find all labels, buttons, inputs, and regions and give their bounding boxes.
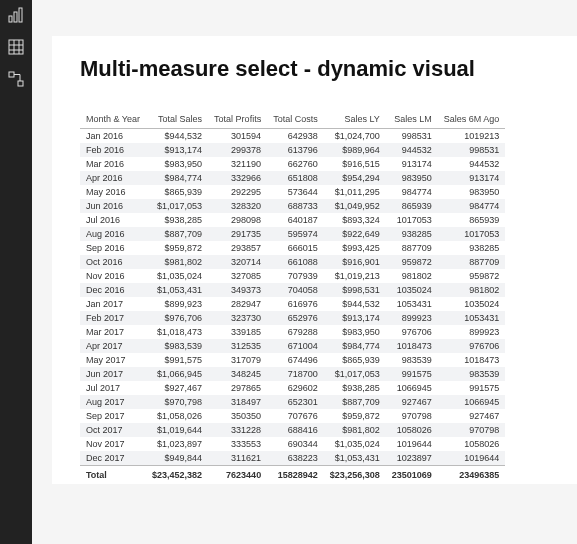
table-row[interactable]: Jul 2017$927,467297865629602$938,2851066… (80, 381, 505, 395)
cell-value: 899923 (438, 325, 506, 339)
table-row[interactable]: Feb 2016$913,174299378613796$989,9649445… (80, 143, 505, 157)
cell-value: 616976 (267, 297, 324, 311)
col-sales-6m[interactable]: Sales 6M Ago (438, 110, 506, 129)
cell-month: Sep 2016 (80, 241, 146, 255)
cell-month: Jul 2017 (80, 381, 146, 395)
cell-value: $893,324 (324, 213, 386, 227)
table-row[interactable]: Oct 2016$981,802320714661088$916,9019598… (80, 255, 505, 269)
cell-value: $981,802 (324, 423, 386, 437)
table-row[interactable]: Aug 2017$970,798318497652301$887,7099274… (80, 395, 505, 409)
cell-month: Aug 2016 (80, 227, 146, 241)
cell-value: $938,285 (146, 213, 208, 227)
svg-rect-8 (9, 72, 14, 77)
cell-value: 613796 (267, 143, 324, 157)
table-row[interactable]: Apr 2016$984,774332966651808$954,2949839… (80, 171, 505, 185)
cell-month: Feb 2017 (80, 311, 146, 325)
cell-value: 292295 (208, 185, 267, 199)
cell-month: Apr 2016 (80, 171, 146, 185)
cell-value: $887,709 (324, 395, 386, 409)
cell-value: 976706 (386, 325, 438, 339)
table-row[interactable]: Sep 2016$959,872293857666015$993,4258877… (80, 241, 505, 255)
table-row[interactable]: Jan 2017$899,923282947616976$944,5321053… (80, 297, 505, 311)
cell-value: 595974 (267, 227, 324, 241)
cell-value: 1023897 (386, 451, 438, 466)
table-row[interactable]: Nov 2017$1,023,897333553690344$1,035,024… (80, 437, 505, 451)
col-month[interactable]: Month & Year (80, 110, 146, 129)
cell-value: $1,018,473 (146, 325, 208, 339)
table-row[interactable]: May 2017$991,575317079674496$865,9399835… (80, 353, 505, 367)
table-total-row: Total $23,452,382 7623440 15828942 $23,2… (80, 466, 505, 485)
cell-month: Nov 2017 (80, 437, 146, 451)
cell-value: 983950 (438, 185, 506, 199)
cell-value: 991575 (438, 381, 506, 395)
cell-value: 674496 (267, 353, 324, 367)
cell-value: $959,872 (146, 241, 208, 255)
cell-value: $1,011,295 (324, 185, 386, 199)
total-costs: 15828942 (267, 466, 324, 485)
table-row[interactable]: Jun 2016$1,017,053328320688733$1,049,952… (80, 199, 505, 213)
cell-value: 688416 (267, 423, 324, 437)
cell-month: May 2017 (80, 353, 146, 367)
cell-value: 983950 (386, 171, 438, 185)
col-total-profits[interactable]: Total Profits (208, 110, 267, 129)
table-row[interactable]: Jul 2016$938,285298098640187$893,3241017… (80, 213, 505, 227)
cell-value: $1,035,024 (324, 437, 386, 451)
table-row[interactable]: May 2016$865,939292295573644$1,011,29598… (80, 185, 505, 199)
cell-value: $993,425 (324, 241, 386, 255)
cell-value: $1,023,897 (146, 437, 208, 451)
col-sales-ly[interactable]: Sales LY (324, 110, 386, 129)
cell-value: 642938 (267, 129, 324, 144)
table-row[interactable]: Jun 2017$1,066,945348245718700$1,017,053… (80, 367, 505, 381)
table-row[interactable]: Feb 2017$976,706323730652976$913,1748999… (80, 311, 505, 325)
table-row[interactable]: Nov 2016$1,035,024327085707939$1,019,213… (80, 269, 505, 283)
cell-value: $1,024,700 (324, 129, 386, 144)
data-view-icon[interactable] (7, 38, 25, 56)
table-row[interactable]: Sep 2017$1,058,026350350707676$959,87297… (80, 409, 505, 423)
cell-value: $865,939 (324, 353, 386, 367)
col-sales-lm[interactable]: Sales LM (386, 110, 438, 129)
table-row[interactable]: Dec 2017$949,844311621638223$1,053,43110… (80, 451, 505, 466)
cell-value: 1066945 (438, 395, 506, 409)
table-row[interactable]: Mar 2016$983,950321190662760$916,5159131… (80, 157, 505, 171)
col-total-sales[interactable]: Total Sales (146, 110, 208, 129)
cell-value: 984774 (438, 199, 506, 213)
svg-rect-9 (18, 81, 23, 86)
cell-value: 652301 (267, 395, 324, 409)
cell-value: 573644 (267, 185, 324, 199)
table-row[interactable]: Jan 2016$944,532301594642938$1,024,70099… (80, 129, 505, 144)
cell-value: 327085 (208, 269, 267, 283)
cell-value: $916,901 (324, 255, 386, 269)
cell-value: 981802 (438, 283, 506, 297)
cell-value: 981802 (386, 269, 438, 283)
cell-value: $1,053,431 (146, 283, 208, 297)
cell-value: 865939 (438, 213, 506, 227)
model-view-icon[interactable] (7, 70, 25, 88)
cell-value: $865,939 (146, 185, 208, 199)
col-total-costs[interactable]: Total Costs (267, 110, 324, 129)
cell-month: Apr 2017 (80, 339, 146, 353)
cell-value: 666015 (267, 241, 324, 255)
cell-value: $984,774 (324, 339, 386, 353)
cell-month: Sep 2017 (80, 409, 146, 423)
cell-value: 320714 (208, 255, 267, 269)
measure-table[interactable]: Month & Year Total Sales Total Profits T… (80, 110, 505, 484)
table-row[interactable]: Mar 2017$1,018,473339185679288$983,95097… (80, 325, 505, 339)
cell-month: Aug 2017 (80, 395, 146, 409)
table-row[interactable]: Aug 2016$887,709291735595974$922,6499382… (80, 227, 505, 241)
cell-value: 640187 (267, 213, 324, 227)
table-row[interactable]: Apr 2017$983,539312535671004$984,7741018… (80, 339, 505, 353)
cell-value: $944,532 (146, 129, 208, 144)
report-page: Multi-measure select - dynamic visual Mo… (52, 36, 577, 484)
cell-value: 998531 (386, 129, 438, 144)
cell-value: 679288 (267, 325, 324, 339)
cell-value: 293857 (208, 241, 267, 255)
table-row[interactable]: Dec 2016$1,053,431349373704058$998,53110… (80, 283, 505, 297)
cell-month: Jan 2016 (80, 129, 146, 144)
table-row[interactable]: Oct 2017$1,019,644331228688416$981,80210… (80, 423, 505, 437)
cell-value: $938,285 (324, 381, 386, 395)
cell-value: 333553 (208, 437, 267, 451)
cell-value: 899923 (386, 311, 438, 325)
cell-value: 970798 (438, 423, 506, 437)
cell-value: $984,774 (146, 171, 208, 185)
report-view-icon[interactable] (7, 6, 25, 24)
